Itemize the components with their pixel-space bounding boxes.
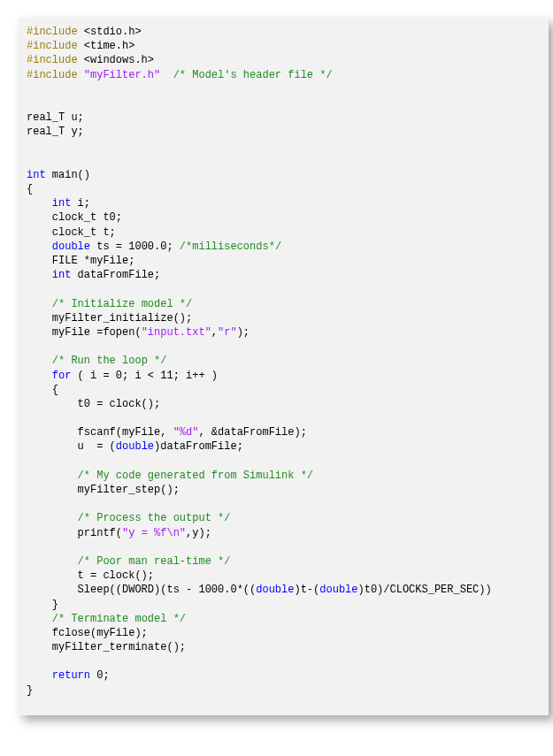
code-snippet-card: #include <stdio.h> #include <time.h> #in… xyxy=(18,18,549,715)
code-token xyxy=(27,241,52,253)
code-token xyxy=(27,613,52,625)
code-token: myFile =fopen( xyxy=(27,326,142,339)
code-token: int xyxy=(52,197,72,210)
code-token: } xyxy=(27,684,33,697)
code-token: "myFilter.h" xyxy=(84,69,160,81)
code-token xyxy=(27,298,52,310)
code-token: , &dataFromFile); xyxy=(198,426,306,439)
code-token: u = ( xyxy=(27,440,116,453)
code-token: int xyxy=(52,269,72,281)
c-source-code: #include <stdio.h> #include <time.h> #in… xyxy=(27,25,540,698)
code-token: myFilter_terminate(); xyxy=(27,641,186,653)
code-token: i; xyxy=(71,197,90,210)
code-token: /* Initialize model */ xyxy=(52,298,192,310)
code-token xyxy=(27,470,78,482)
code-token: ,y); xyxy=(186,527,211,539)
code-token xyxy=(160,69,173,81)
code-token: t0 = clock(); xyxy=(27,398,160,410)
code-token: return xyxy=(52,669,90,682)
code-token xyxy=(27,355,52,367)
code-token: ); xyxy=(237,326,250,339)
code-token: )t-( xyxy=(294,584,319,596)
code-token: #include xyxy=(27,26,84,38)
code-token xyxy=(27,555,78,568)
code-token: double xyxy=(116,440,154,453)
code-token xyxy=(27,370,52,382)
code-token: { xyxy=(27,183,33,195)
code-token: <windows.h> xyxy=(84,54,154,66)
code-token: clock_t t; xyxy=(27,226,116,239)
code-token: { xyxy=(27,384,58,396)
code-token xyxy=(27,197,52,210)
code-token: FILE *myFile; xyxy=(27,255,134,267)
code-token xyxy=(27,512,78,524)
code-token: } xyxy=(27,599,58,611)
code-token: real_T y; xyxy=(27,126,84,138)
code-token: <time.h> xyxy=(84,40,135,52)
code-token: ( i = 0; i < 11; i++ ) xyxy=(71,370,218,382)
code-token: fclose(myFile); xyxy=(27,627,148,639)
code-token: fscanf(myFile, xyxy=(27,426,173,439)
code-token: myFilter_step(); xyxy=(27,484,180,496)
code-token: double xyxy=(256,584,294,596)
code-token: <stdio.h> xyxy=(84,26,142,38)
code-token: /* Run the loop */ xyxy=(52,355,167,367)
code-token: dataFromFile; xyxy=(71,269,160,281)
code-token: #include xyxy=(27,54,84,66)
code-token: "r" xyxy=(218,326,237,339)
code-token: #include xyxy=(27,69,84,81)
code-token: )t0)/CLOCKS_PER_SEC)) xyxy=(358,584,492,596)
code-token xyxy=(27,269,52,281)
code-token: "y = %f\n" xyxy=(122,527,186,539)
code-token: ts = 1000.0; xyxy=(90,241,180,253)
code-token: double xyxy=(52,241,90,253)
code-token: t = clock(); xyxy=(27,569,154,582)
code-token: for xyxy=(52,370,72,382)
code-token: "%d" xyxy=(173,426,199,439)
code-token: 0; xyxy=(90,669,110,682)
code-token: #include xyxy=(27,40,84,52)
code-token: /* Terminate model */ xyxy=(52,613,186,625)
code-token: double xyxy=(319,584,357,596)
code-token xyxy=(27,669,52,682)
code-token: /* My code generated from Simulink */ xyxy=(78,470,313,482)
code-token: )dataFromFile; xyxy=(154,440,243,453)
code-token: /*milliseconds*/ xyxy=(180,241,281,253)
code-token: "input.txt" xyxy=(142,326,211,339)
code-token: real_T u; xyxy=(27,111,84,124)
code-token: Sleep((DWORD)(ts - 1000.0*(( xyxy=(27,584,256,596)
code-token: , xyxy=(211,326,218,339)
code-token: /* Process the output */ xyxy=(78,512,231,524)
code-token: main() xyxy=(46,169,90,181)
code-token: clock_t t0; xyxy=(27,211,122,224)
code-token: int xyxy=(27,169,46,181)
code-token: printf( xyxy=(27,527,122,539)
code-token: myFilter_initialize(); xyxy=(27,312,192,325)
code-token: /* Model's header file */ xyxy=(173,69,333,81)
code-token: /* Poor man real-time */ xyxy=(78,555,231,568)
